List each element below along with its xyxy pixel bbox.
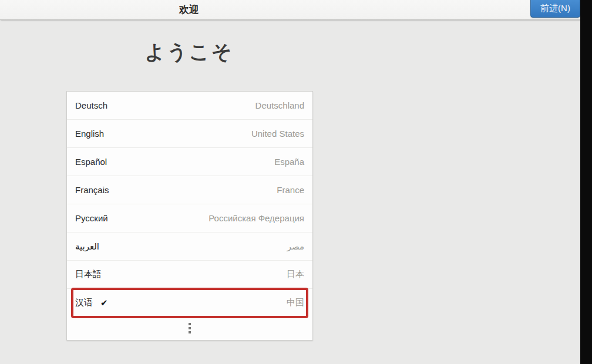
forward-button[interactable]: 前进(N)	[530, 0, 580, 18]
language-label: English	[75, 129, 104, 139]
screen-edge-strip	[580, 0, 592, 364]
language-label: Deutsch	[75, 100, 107, 110]
language-label: العربية	[75, 241, 99, 252]
language-row-chinese-selected[interactable]: 汉语 ✔ 中国	[67, 288, 312, 316]
language-label: Español	[75, 157, 107, 167]
language-row-francais[interactable]: Français France	[67, 176, 312, 204]
region-label: España	[274, 157, 304, 167]
language-row-espanol[interactable]: Español España	[67, 147, 312, 176]
check-icon: ✔	[100, 298, 108, 308]
region-label: United States	[251, 129, 304, 139]
region-label: Российская Федерация	[208, 213, 304, 223]
language-label: Français	[75, 185, 109, 195]
language-row-russian[interactable]: Русский Российская Федерация	[67, 204, 312, 232]
language-row-arabic[interactable]: العربية مصر	[67, 232, 312, 260]
language-list: Deutsch Deutschland English United State…	[66, 91, 313, 341]
language-label: 日本語	[75, 269, 102, 280]
window-title: 欢迎	[0, 0, 378, 19]
header-bar: 欢迎 前进(N)	[0, 0, 592, 20]
language-label: Русский	[75, 213, 108, 223]
initial-setup-window: 欢迎 前进(N) ようこそ Deutsch Deutschland Englis…	[0, 0, 592, 364]
region-label: مصر	[287, 241, 304, 252]
language-row-english[interactable]: English United States	[67, 119, 312, 147]
region-label: 中国	[287, 297, 304, 308]
language-label: 汉语 ✔	[75, 297, 108, 308]
region-label: France	[277, 185, 304, 195]
language-row-deutsch[interactable]: Deutsch Deutschland	[67, 92, 312, 119]
selected-language-text: 汉语	[75, 297, 93, 308]
region-label: 日本	[287, 269, 304, 280]
region-label: Deutschland	[255, 100, 304, 110]
vertical-ellipsis-icon	[189, 323, 191, 333]
welcome-heading: ようこそ	[0, 39, 378, 66]
more-languages-button[interactable]	[67, 316, 312, 340]
language-row-japanese[interactable]: 日本語 日本	[67, 260, 312, 288]
